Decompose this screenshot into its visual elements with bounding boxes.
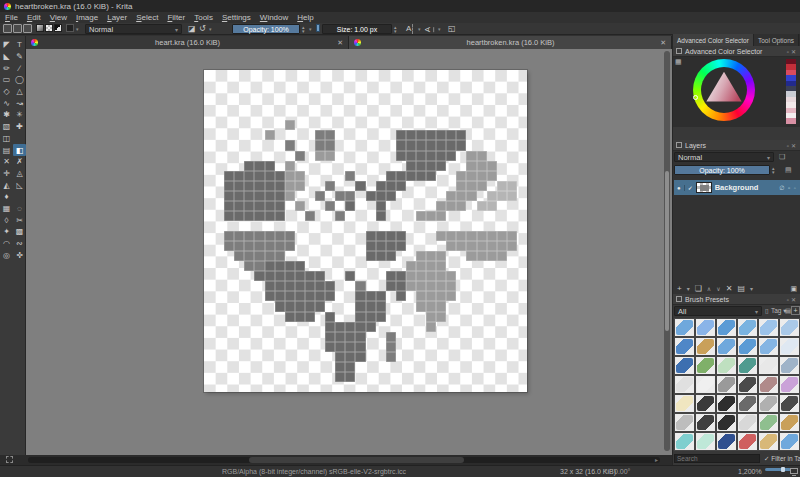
menu-select[interactable]: Select — [136, 13, 158, 22]
brush-preset-thumbnail[interactable] — [695, 394, 716, 413]
tool-button[interactable]: ◧ — [13, 144, 26, 156]
brush-preset-thumbnail[interactable] — [737, 432, 758, 451]
blend-mode-select[interactable]: Normal▾ — [85, 24, 182, 34]
menu-file[interactable]: File — [5, 13, 18, 22]
brush-preset-thumbnail[interactable] — [779, 337, 800, 356]
tool-button[interactable]: ▤ — [0, 144, 13, 156]
tool-button[interactable]: ✏ — [0, 62, 13, 74]
brush-preset-thumbnail[interactable] — [695, 356, 716, 375]
menu-filter[interactable]: Filter — [167, 13, 185, 22]
brush-preset-thumbnail[interactable] — [779, 432, 800, 451]
drawing-canvas[interactable] — [204, 70, 527, 392]
mirror-vertical-icon[interactable]: A — [423, 27, 434, 32]
layer-visibility-eye-icon[interactable]: ● — [677, 185, 685, 191]
brush-preset-thumbnail[interactable] — [758, 394, 779, 413]
docker-float-close-icons[interactable]: ▫✕ — [787, 142, 798, 149]
brush-editor-icon[interactable] — [66, 24, 74, 32]
brush-preset-thumbnail[interactable] — [737, 375, 758, 394]
opacity-spinner[interactable]: ▴▾ — [302, 25, 305, 33]
layer-more-dropdown-icon[interactable]: ▾ — [750, 285, 753, 292]
fg-bg-color-swatch[interactable] — [54, 24, 62, 32]
brush-preset-thumbnail[interactable] — [716, 337, 737, 356]
move-layer-up-button[interactable]: ∧ — [707, 285, 711, 292]
horizontal-scrollbar[interactable]: ▸ — [28, 457, 660, 463]
reload-dropdown-icon[interactable]: ▾ — [209, 24, 212, 34]
layer-options-icon[interactable]: ▤ — [785, 166, 792, 174]
brush-preset-thumbnail[interactable] — [674, 356, 695, 375]
mirror-h-dropdown-icon[interactable]: ▾ — [418, 24, 421, 34]
tool-button[interactable]: ✚ — [13, 121, 26, 133]
brush-preset-thumbnail[interactable] — [779, 394, 800, 413]
layers-docker-header[interactable]: Layers ▫✕ — [673, 140, 800, 151]
brush-preset-thumbnail[interactable] — [695, 318, 716, 337]
brush-preset-thumbnail[interactable] — [716, 413, 737, 432]
tool-button[interactable]: ◫ — [0, 133, 13, 145]
tool-button[interactable]: ▦ — [0, 203, 13, 215]
brush-preset-thumbnail[interactable] — [674, 432, 695, 451]
add-layer-dropdown-icon[interactable]: ▾ — [687, 285, 690, 292]
tool-button[interactable]: ◤ — [0, 39, 13, 51]
layer-opacity-spinner[interactable]: ▴▾ — [772, 166, 775, 174]
reload-preset-icon[interactable]: ↺ — [199, 24, 206, 34]
tool-button[interactable]: ↝ — [13, 97, 26, 109]
menu-image[interactable]: Image — [76, 13, 98, 22]
layer-blend-mode-select[interactable]: Normal▾ — [674, 152, 774, 162]
tool-button[interactable]: ◺ — [13, 179, 26, 191]
tool-button[interactable]: ▭ — [0, 74, 13, 86]
brush-filter-select[interactable]: All▾ — [674, 306, 762, 316]
layer-filter-icon[interactable]: ❏ — [779, 153, 785, 161]
duplicate-layer-button[interactable]: ❏ — [695, 284, 702, 293]
docker-tab[interactable]: Advanced Color Selector — [673, 34, 754, 46]
brush-preset-thumbnail[interactable] — [716, 432, 737, 451]
layer-properties-button[interactable]: ▤ — [737, 284, 745, 293]
brush-preset-thumbnail[interactable] — [758, 375, 779, 394]
size-slider-handle[interactable] — [316, 24, 320, 32]
tool-button[interactable]: △ — [13, 86, 26, 98]
tool-button[interactable]: ✗ — [13, 156, 26, 168]
move-layer-down-button[interactable]: ∨ — [716, 285, 720, 292]
save-document-icon[interactable] — [23, 24, 32, 33]
document-tab[interactable]: heartbroken.kra (16.0 KiB)✕ — [349, 36, 672, 49]
brush-preset-thumbnail[interactable] — [716, 356, 737, 375]
eraser-mode-icon[interactable]: ◪ — [188, 24, 196, 34]
tool-button[interactable]: ◠ — [0, 238, 13, 250]
brush-preset-thumbnail[interactable] — [779, 375, 800, 394]
pattern-swatch[interactable] — [45, 24, 53, 32]
brush-preset-thumbnail[interactable] — [695, 375, 716, 394]
brush-presets-docker-header[interactable]: Brush Presets ▫✕ — [673, 294, 800, 305]
tool-button[interactable]: ◊ — [0, 214, 13, 226]
brush-preset-thumbnail[interactable] — [716, 375, 737, 394]
brush-preset-thumbnail[interactable] — [674, 337, 695, 356]
layer-lock-icons[interactable]: ∅ ▫ ◦ — [779, 184, 797, 191]
tool-button[interactable]: ✕ — [0, 156, 13, 168]
tool-button[interactable]: ✎ — [13, 51, 26, 63]
brush-preset-thumbnail[interactable] — [716, 394, 737, 413]
tab-close-icon[interactable]: ✕ — [337, 39, 343, 47]
brush-preset-thumbnail[interactable] — [758, 337, 779, 356]
tool-button[interactable]: ◣ — [0, 51, 13, 63]
tool-button[interactable]: ✳ — [13, 109, 26, 121]
brush-preset-thumbnail[interactable] — [695, 337, 716, 356]
brush-preset-thumbnail[interactable] — [779, 356, 800, 375]
wraparound-mode-icon[interactable]: ◱ — [448, 24, 456, 34]
fullscreen-icon[interactable] — [790, 468, 798, 474]
menu-help[interactable]: Help — [297, 13, 313, 22]
tool-button[interactable]: ✂ — [13, 214, 26, 226]
open-document-icon[interactable] — [13, 24, 22, 33]
advanced-color-selector[interactable]: ▦ — [673, 57, 800, 127]
brush-preset-thumbnail[interactable] — [674, 394, 695, 413]
tool-button[interactable]: ◯ — [13, 74, 26, 86]
brush-preset-thumbnail[interactable] — [737, 356, 758, 375]
tool-button[interactable]: ✱ — [0, 109, 13, 121]
tool-button[interactable]: ∕ — [13, 62, 26, 74]
tool-button[interactable]: ✦ — [0, 226, 13, 238]
tool-button[interactable]: ◎ — [0, 249, 13, 261]
tab-close-icon[interactable]: ✕ — [660, 39, 666, 47]
layer-opacity-slider[interactable]: Opacity: 100% — [674, 165, 770, 175]
docker-float-close-icons[interactable]: ▫✕ — [787, 296, 798, 303]
color-wheel[interactable] — [693, 59, 755, 121]
preset-detail-icon[interactable]: ▯ — [765, 307, 769, 315]
brush-preset-thumbnail[interactable] — [779, 318, 800, 337]
mirror-horizontal-icon[interactable]: A — [406, 24, 413, 34]
tool-button[interactable]: ◭ — [0, 179, 13, 191]
